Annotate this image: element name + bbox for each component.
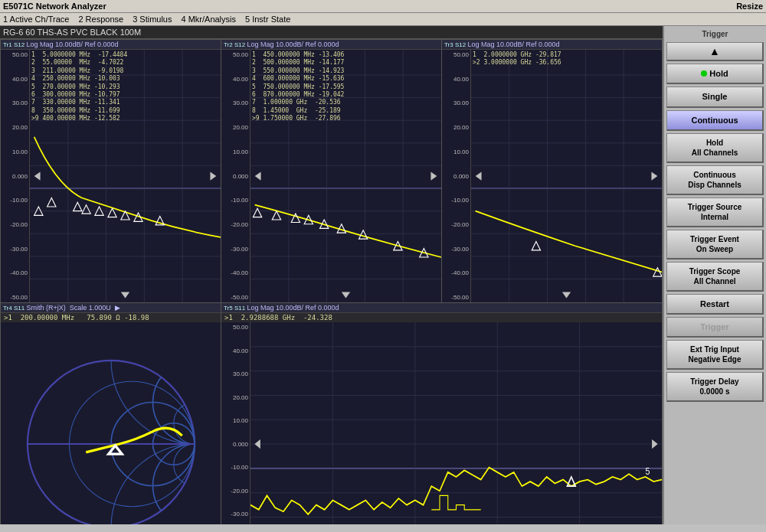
- charts-grid: Tr1 S12 Log Mag 10.00dB/ Ref 0.000d 50.0…: [0, 39, 663, 524]
- tr2-y-axis: 50.0040.0030.0020.00 10.000.000-10.00-20…: [221, 50, 250, 302]
- svg-marker-73: [562, 292, 571, 299]
- menu-stimulus[interactable]: 3 Stimulus: [133, 15, 172, 24]
- menu-bar: 1 Active Ch/Trace 2 Response 3 Stimulus …: [0, 13, 766, 26]
- svg-marker-51: [255, 171, 261, 180]
- tr1-y-axis: 50.0040.0030.0020.00 10.000.000-10.00-20…: [1, 50, 30, 302]
- single-button[interactable]: Single: [666, 86, 764, 107]
- svg-marker-53: [342, 292, 350, 299]
- menu-instr[interactable]: 5 Instr State: [245, 15, 290, 24]
- tr3-data-table: 1 2.0000000 GHz -29.817 >2 3.0000000 GHz…: [473, 51, 561, 67]
- svg-marker-20: [108, 208, 116, 217]
- menu-mkr[interactable]: 4 Mkr/Analysis: [181, 15, 236, 24]
- tr4-panel: Tr4 S11 Smith (R+jX) Scale 1.000U ▶ >1 2…: [1, 303, 221, 524]
- svg-marker-69: [532, 242, 540, 250]
- tr2-plot: 1 450.000000 MHz -13.406 2 500.000000 MH…: [250, 50, 441, 302]
- continuous-button[interactable]: Continuous: [666, 110, 764, 131]
- restart-button[interactable]: Restart: [666, 294, 764, 315]
- sidebar-title: Trigger: [666, 28, 764, 40]
- tr1-body: 50.0040.0030.0020.00 10.000.000-10.00-20…: [1, 50, 221, 302]
- tr1-header: Tr1 S12 Log Mag 10.00dB/ Ref 0.000d: [1, 40, 221, 50]
- trigger-delay-button[interactable]: Trigger Delay0.0000 s: [666, 372, 764, 402]
- tr5-header: Tr5 S11 Log Mag 10.00dB/ Ref 0.000d: [221, 303, 662, 313]
- tr3-body: 50.0040.0030.0020.00 10.000.000-10.00-20…: [442, 50, 662, 302]
- tr3-panel: Tr3 S12 Log Mag 10.00dB/ Ref 0.000d 50.0…: [442, 40, 662, 302]
- tr3-header: Tr3 S12 Log Mag 10.00dB/ Ref 0.000d: [442, 40, 662, 50]
- svg-marker-72: [651, 171, 657, 180]
- tr5-plot: 5: [250, 322, 662, 524]
- svg-marker-71: [476, 171, 482, 180]
- svg-marker-105: [652, 439, 658, 449]
- tr2-data-table: 1 450.000000 MHz -13.406 2 500.000000 MH…: [252, 51, 344, 123]
- svg-marker-26: [121, 292, 129, 299]
- sidebar: Trigger ▲ Hold Single Continuous HoldAll…: [663, 26, 766, 524]
- tr2-header: Tr2 S12 Log Mag 10.00dB/ Ref 0.000d: [221, 40, 441, 50]
- tr1-panel: Tr1 S12 Log Mag 10.00dB/ Ref 0.000d 50.0…: [1, 40, 221, 302]
- tr5-marker-line: >1 2.9288688 GHz -24.328: [224, 314, 332, 321]
- tr5-y-axis: 50.0040.0030.0020.00 10.000.000-10.00-20…: [221, 322, 250, 524]
- trigger-up-arrow[interactable]: ▲: [666, 42, 764, 61]
- hold-button[interactable]: Hold: [666, 64, 764, 84]
- menu-response[interactable]: 2 Response: [78, 15, 123, 24]
- menu-active-ch[interactable]: 1 Active Ch/Trace: [3, 15, 69, 24]
- tr5-body: 50.0040.0030.0020.00 10.000.000-10.00-20…: [221, 322, 662, 524]
- tr1-data-table: 1 5.0000000 MHz -17.4484 2 55.00000 MHz …: [31, 51, 127, 123]
- trigger-scope-button[interactable]: Trigger ScopeAll Channel: [666, 262, 764, 292]
- tr4-marker-line: >1 200.00000 MHz 75.890 Ω -18.98: [4, 314, 149, 321]
- tr3-plot: 1 2.0000000 GHz -29.817 >2 3.0000000 GHz…: [471, 50, 662, 302]
- svg-marker-42: [253, 208, 261, 217]
- tr5-panel: Tr5 S11 Log Mag 10.00dB/ Ref 0.000d >1 2…: [221, 303, 662, 524]
- trigger-event-button[interactable]: Trigger EventOn Sweep: [666, 230, 764, 259]
- ext-trig-button[interactable]: Ext Trig InputNegative Edge: [666, 340, 764, 370]
- analyzer-area: RG-6 60 THS-AS PVC BLACK 100M Tr1 S12 Lo…: [0, 26, 663, 524]
- trigger-button[interactable]: Trigger: [666, 317, 764, 338]
- tr3-y-axis: 50.0040.0030.0020.00 10.000.000-10.00-20…: [442, 50, 471, 302]
- main-layout: RG-6 60 THS-AS PVC BLACK 100M Tr1 S12 Lo…: [0, 26, 766, 524]
- smith-chart-svg: [19, 352, 203, 524]
- resize-label[interactable]: Resize: [736, 2, 763, 11]
- svg-marker-24: [34, 171, 41, 180]
- trigger-source-button[interactable]: Trigger SourceInternal: [666, 197, 764, 227]
- svg-marker-104: [254, 439, 260, 449]
- cable-label: RG-6 60 THS-AS PVC BLACK 100M: [0, 26, 663, 39]
- app-title: E5071C Network Analyzer: [3, 2, 106, 11]
- title-bar: E5071C Network Analyzer Resize: [0, 0, 766, 13]
- svg-text:5: 5: [646, 467, 650, 477]
- svg-marker-25: [210, 171, 216, 180]
- hold-all-button[interactable]: HoldAll Channels: [666, 133, 764, 163]
- tr4-body: [1, 322, 221, 524]
- tr2-body: 50.0040.0030.0020.00 10.000.000-10.00-20…: [221, 50, 441, 302]
- svg-marker-17: [74, 202, 82, 211]
- svg-marker-18: [82, 205, 90, 214]
- tr4-header: Tr4 S11 Smith (R+jX) Scale 1.000U ▶: [1, 303, 221, 313]
- tr1-plot: 1 5.0000000 MHz -17.4484 2 55.00000 MHz …: [30, 50, 221, 302]
- continuous-disp-button[interactable]: ContinuousDisp Channels: [666, 165, 764, 195]
- svg-marker-52: [430, 171, 437, 180]
- svg-marker-16: [47, 198, 56, 207]
- svg-marker-102: [567, 477, 575, 486]
- tr2-panel: Tr2 S12 Log Mag 10.00dB/ Ref 0.000d 50.0…: [221, 40, 441, 302]
